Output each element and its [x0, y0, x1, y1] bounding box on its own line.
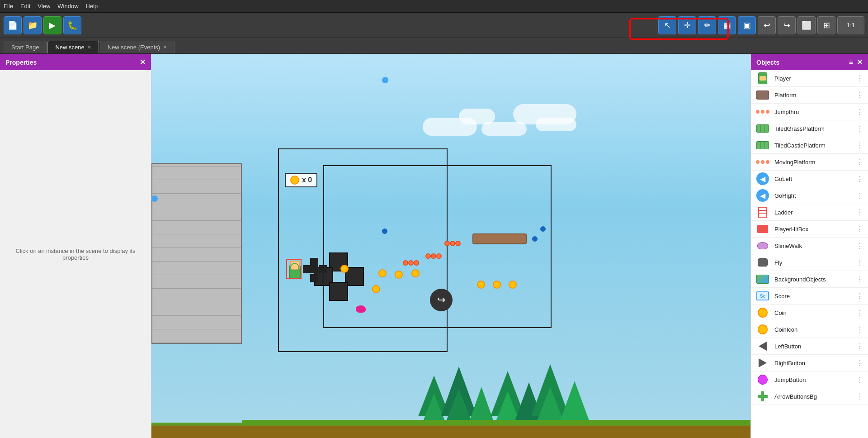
play-button[interactable]: ▶: [43, 16, 61, 34]
new-scene-button[interactable]: 📄: [4, 16, 22, 34]
object-item-goright[interactable]: ◀GoRight⋮: [751, 187, 868, 204]
top-indicator-dot: [382, 77, 388, 83]
tab-events-close[interactable]: ✕: [163, 44, 167, 50]
object-menu-tiledcastle[interactable]: ⋮: [856, 141, 863, 150]
object-menu-ladder[interactable]: ⋮: [856, 208, 863, 217]
object-item-bgobjects[interactable]: BackgroundObjects⋮: [751, 271, 868, 288]
object-icon-jumpthru: [755, 106, 770, 117]
object-menu-rightbutton[interactable]: ⋮: [856, 359, 863, 367]
object-menu-goright[interactable]: ⋮: [856, 191, 863, 200]
move-tool-button[interactable]: ✛: [678, 16, 696, 34]
object-item-fly[interactable]: Fly⋮: [751, 254, 868, 271]
coin-3: [395, 271, 403, 279]
objects-filter-icon[interactable]: ≡: [849, 58, 853, 67]
object-menu-fly[interactable]: ⋮: [856, 258, 863, 267]
object-menu-coin[interactable]: ⋮: [856, 309, 863, 317]
menu-help[interactable]: Help: [86, 3, 98, 10]
object-item-tiledgrass[interactable]: TiledGrassPlatform⋮: [751, 120, 868, 137]
scene-canvas[interactable]: x 0: [151, 54, 750, 438]
edit-tool-button[interactable]: ✏: [698, 16, 716, 34]
object-menu-tiledgrass[interactable]: ⋮: [856, 124, 863, 133]
camera-tool-button[interactable]: ▣: [738, 16, 756, 34]
object-item-platform[interactable]: Platform⋮: [751, 87, 868, 104]
object-item-player[interactable]: Player⋮: [751, 70, 868, 87]
object-item-coinicon[interactable]: CoinIcon⋮: [751, 321, 868, 338]
object-item-arrowbuttonsbg[interactable]: ArrowButtonsBg⋮: [751, 388, 868, 405]
objects-header-icons: ≡ ✕: [849, 58, 863, 67]
object-icon-slimewalk: [755, 240, 770, 251]
object-icon-tiledgrass: [755, 123, 770, 134]
tab-start[interactable]: Start Page: [4, 41, 47, 53]
grid-tool-button[interactable]: ▦: [718, 16, 736, 34]
object-icon-fly: [755, 257, 770, 268]
object-name-movingplatform: MovingPlatform: [774, 159, 852, 166]
object-menu-score[interactable]: ⋮: [856, 292, 863, 300]
object-menu-jumpthru[interactable]: ⋮: [856, 108, 863, 116]
menu-file[interactable]: File: [4, 3, 13, 10]
object-icon-leftbutton: [755, 341, 770, 352]
jumpthru-5: [431, 253, 436, 259]
left-indicator-dot: [151, 195, 158, 202]
object-icon-bgobjects: [755, 274, 770, 285]
tab-events[interactable]: New scene (Events) ✕: [100, 41, 175, 53]
menu-view[interactable]: View: [38, 3, 50, 10]
properties-hint: Click on an instance in the scene to dis…: [9, 248, 142, 261]
object-menu-coinicon[interactable]: ⋮: [856, 325, 863, 334]
object-name-tiledcastle: TiledCastlePlatform: [774, 142, 852, 149]
object-menu-platform[interactable]: ⋮: [856, 91, 863, 100]
tab-scene-close[interactable]: ✕: [87, 44, 91, 50]
object-name-goright: GoRight: [774, 192, 852, 199]
object-icon-ladder: [755, 207, 770, 218]
coin-4: [411, 269, 420, 277]
action-button[interactable]: ↪: [430, 289, 453, 311]
debug-button[interactable]: 🐛: [63, 16, 81, 34]
object-item-playerhitbox[interactable]: PlayerHitBox⋮: [751, 221, 868, 238]
object-item-coin[interactable]: Coin⋮: [751, 305, 868, 321]
tab-scene[interactable]: New scene ✕: [47, 41, 99, 53]
object-item-goleft[interactable]: ◀GoLeft⋮: [751, 171, 868, 187]
object-item-score[interactable]: ScScore⋮: [751, 288, 868, 305]
zoom-button[interactable]: 1:1: [837, 16, 864, 34]
objects-close-button[interactable]: ✕: [857, 58, 863, 67]
properties-panel: Properties ✕ Click on an instance in the…: [0, 54, 151, 438]
menu-window[interactable]: Window: [57, 3, 78, 10]
object-menu-slimewalk[interactable]: ⋮: [856, 242, 863, 250]
object-name-arrowbuttonsbg: ArrowButtonsBg: [774, 393, 852, 400]
object-name-playerhitbox: PlayerHitBox: [774, 226, 852, 233]
go-blue-2: [540, 226, 546, 232]
object-item-tiledcastle[interactable]: TiledCastlePlatform⋮: [751, 137, 868, 154]
object-menu-playerhitbox[interactable]: ⋮: [856, 225, 863, 233]
object-menu-movingplatform[interactable]: ⋮: [856, 158, 863, 167]
object-name-jumpthru: Jumpthru: [774, 109, 852, 115]
open-project-button[interactable]: 📁: [24, 16, 42, 34]
undo-button[interactable]: ↩: [758, 16, 776, 34]
menu-edit[interactable]: Edit: [20, 3, 30, 10]
coin-6: [477, 281, 485, 289]
coin-7: [493, 281, 501, 289]
object-item-jumpbutton[interactable]: JumpButton⋮: [751, 371, 868, 388]
object-menu-leftbutton[interactable]: ⋮: [856, 342, 863, 351]
object-menu-bgobjects[interactable]: ⋮: [856, 275, 863, 284]
select-tool-button[interactable]: ↖: [658, 16, 676, 34]
object-item-movingplatform[interactable]: MovingPlatform⋮: [751, 154, 868, 171]
object-item-ladder[interactable]: Ladder⋮: [751, 204, 868, 221]
object-item-leftbutton[interactable]: LeftButton⋮: [751, 338, 868, 355]
properties-close-button[interactable]: ✕: [140, 58, 146, 67]
object-item-slimewalk[interactable]: SlimeWalk⋮: [751, 238, 868, 254]
jumpthru-2: [450, 241, 455, 246]
green-strip: [242, 420, 750, 425]
object-item-jumpthru[interactable]: Jumpthru⋮: [751, 104, 868, 120]
object-menu-goleft[interactable]: ⋮: [856, 175, 863, 183]
redo-button[interactable]: ↪: [778, 16, 796, 34]
obstacle-box-4: [329, 282, 348, 301]
object-name-bgobjects: BackgroundObjects: [774, 276, 852, 283]
object-menu-player[interactable]: ⋮: [856, 74, 863, 83]
fullgrid-button[interactable]: ⊞: [817, 16, 835, 34]
preview-button[interactable]: ⬜: [797, 16, 816, 34]
object-icon-coin: [755, 307, 770, 318]
object-menu-arrowbuttonsbg[interactable]: ⋮: [856, 392, 863, 401]
object-item-rightbutton[interactable]: RightButton⋮: [751, 355, 868, 371]
go-blue-1: [382, 229, 387, 234]
object-menu-jumpbutton[interactable]: ⋮: [856, 376, 863, 384]
object-name-coinicon: CoinIcon: [774, 326, 852, 333]
